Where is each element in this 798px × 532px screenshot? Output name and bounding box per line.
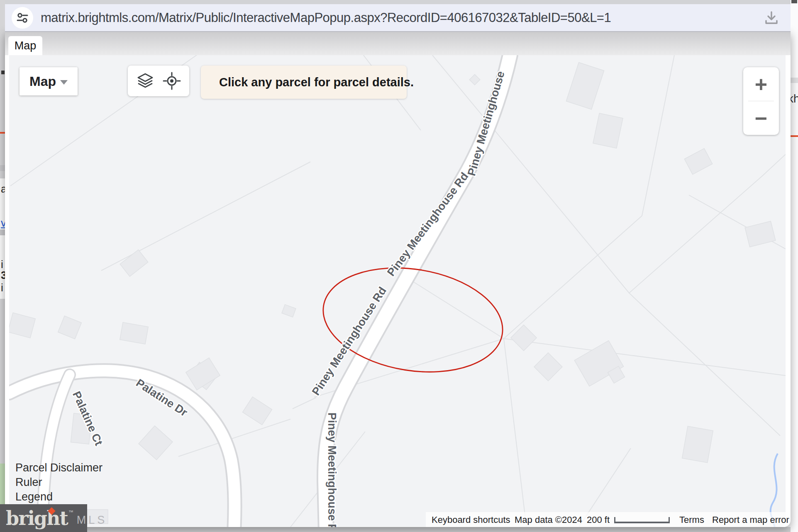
map-type-label: Map <box>29 74 56 89</box>
logo-wordmark: bright <box>6 509 68 528</box>
road-label-piney-3: Piney Meetinghouse <box>465 70 507 177</box>
tune-icon <box>16 12 29 24</box>
background-page-left-sliver: a v i 3 i <box>0 0 5 532</box>
roads <box>9 55 510 527</box>
map-graphics: Piney Meetinghouse Rd Piney Meetinghouse… <box>9 55 786 527</box>
download-button[interactable] <box>762 9 781 27</box>
logo-trademark: ™ <box>68 509 73 515</box>
background-grey-bar <box>0 165 5 171</box>
map-layer-controls <box>128 66 189 96</box>
map-scale-bar <box>614 517 670 523</box>
background-bullet-fragment <box>1 71 5 74</box>
warning-text: Click any parcel for parcel details. <box>219 76 414 89</box>
interactive-map-popup: Map <box>5 31 791 527</box>
background-text-fragment <box>791 0 797 3</box>
road-label-piney-2: Piney Meetinghouse Rd <box>385 170 471 278</box>
map-data-attribution: Map data ©2024 <box>515 515 582 525</box>
map-tool-links: Parcel Disclaimer Ruler Legend <box>15 461 102 503</box>
tab-map[interactable]: Map <box>8 36 42 55</box>
zoom-out-button[interactable]: − <box>743 101 779 135</box>
ruler-link[interactable]: Ruler <box>15 476 102 488</box>
map-canvas[interactable]: Piney Meetinghouse Rd Piney Meetinghouse… <box>9 55 786 527</box>
zoom-in-button[interactable]: + <box>743 67 779 101</box>
parcel-warning-banner: Click any parcel for parcel details. <box>201 66 407 99</box>
report-map-error-link[interactable]: Report a map error <box>712 515 789 525</box>
parcel-disclaimer-link[interactable]: Parcel Disclaimer <box>15 461 102 474</box>
site-settings-button[interactable] <box>12 7 33 29</box>
bright-mls-logo: bright ™ MLS <box>0 504 87 532</box>
logo-mls-text: MLS <box>77 514 107 527</box>
background-grey-bar <box>0 229 5 235</box>
map-zoom-control: + − <box>743 67 779 135</box>
legend-link[interactable]: Legend <box>15 491 102 503</box>
background-page-bottom-sliver <box>5 527 791 532</box>
road-label-piney-4: Piney Meetinghouse R <box>326 412 338 527</box>
download-icon <box>764 10 779 26</box>
window-top-edge <box>5 0 791 4</box>
browser-url-bar[interactable]: matrix.brightmls.com/Matrix/Public/Inter… <box>5 4 791 32</box>
keyboard-shortcuts-link[interactable]: Keyboard shortcuts <box>432 515 510 525</box>
locate-icon[interactable] <box>162 71 181 90</box>
background-orange-rule <box>0 132 5 134</box>
background-map-green-sliver <box>0 464 5 504</box>
layers-icon[interactable] <box>136 71 155 90</box>
url-address-text[interactable]: matrix.brightmls.com/Matrix/Public/Inter… <box>41 10 762 25</box>
map-type-dropdown[interactable]: Map <box>20 67 78 95</box>
terms-link[interactable]: Terms <box>679 515 704 525</box>
popup-tab-bar: Map <box>5 31 791 55</box>
scale-label: 200 ft <box>587 515 610 525</box>
chevron-down-icon <box>60 80 68 85</box>
